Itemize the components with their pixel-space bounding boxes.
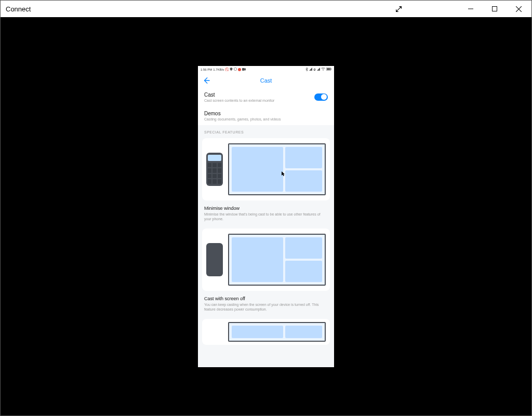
illus-monitor-icon xyxy=(228,143,326,195)
svg-point-4 xyxy=(234,68,237,70)
minimise-illustration xyxy=(202,138,330,200)
battery-icon xyxy=(326,68,331,71)
cast-row-subtitle: Cast screen contents to an external moni… xyxy=(204,99,274,102)
titlebar: Connect xyxy=(1,1,531,17)
screenoff-subtitle: You can keep casting when the screen of … xyxy=(204,302,328,312)
back-button[interactable] xyxy=(201,75,211,86)
phone-statusbar: 1:56 PM 1.7KB/s 🚫 xyxy=(198,66,334,73)
screenoff-illustration xyxy=(202,229,330,291)
cursor-icon xyxy=(282,169,286,179)
client-area: 1:56 PM 1.7KB/s 🚫 xyxy=(1,17,531,415)
wifi-icon xyxy=(321,68,325,71)
window-controls xyxy=(390,1,530,17)
cast-row-title: Cast xyxy=(204,92,274,98)
app-header: Cast xyxy=(198,73,334,88)
demos-row[interactable]: Demos Casting documents, games, photos, … xyxy=(198,106,334,125)
page-title: Cast xyxy=(260,77,272,84)
svg-rect-8 xyxy=(331,69,331,70)
illus-remote-icon xyxy=(206,153,223,186)
screenoff-feature[interactable]: Cast with screen off You can keep castin… xyxy=(198,293,334,317)
window-title: Connect xyxy=(6,5,31,13)
svg-rect-9 xyxy=(327,68,330,70)
illus-phone-off-icon xyxy=(206,243,223,276)
minimize-button[interactable] xyxy=(459,1,483,17)
volte-icon: ⦿ xyxy=(313,68,316,71)
status-net-speed: 1.7KB/s xyxy=(213,68,224,71)
demos-row-subtitle: Casting documents, games, photos, and vi… xyxy=(204,117,281,121)
maximize-button[interactable] xyxy=(483,1,507,17)
minimise-feature[interactable]: Minimise window Minimise the window that… xyxy=(198,203,334,226)
cast-toggle-row[interactable]: Cast Cast screen contents to an external… xyxy=(198,88,334,106)
shield-icon xyxy=(230,68,233,71)
svg-point-6 xyxy=(323,70,323,71)
svg-rect-5 xyxy=(242,68,245,71)
illus-monitor3-icon xyxy=(228,322,326,342)
next-illustration-partial xyxy=(202,319,330,345)
screenoff-title: Cast with screen off xyxy=(204,296,328,301)
close-button[interactable] xyxy=(507,1,530,17)
cast-toggle[interactable] xyxy=(314,93,328,101)
minimise-title: Minimise window xyxy=(204,206,328,211)
minimise-subtitle: Minimise the window that's being cast to… xyxy=(204,212,328,221)
video-icon xyxy=(242,68,246,71)
record-icon xyxy=(238,68,241,71)
svg-rect-1 xyxy=(493,7,497,11)
whatsapp-icon xyxy=(234,68,237,71)
bluetooth-icon xyxy=(305,68,308,72)
toggle-knob xyxy=(321,94,327,100)
content-area[interactable]: Cast Cast screen contents to an external… xyxy=(198,88,334,367)
signal-1-icon xyxy=(309,68,312,71)
phone-screen: 1:56 PM 1.7KB/s 🚫 xyxy=(198,66,334,367)
status-time: 1:56 PM xyxy=(201,68,212,71)
signal-2-icon xyxy=(317,68,320,71)
connect-app-window: Connect 1:56 PM 1.7KB/s 🚫 xyxy=(0,0,532,416)
illus-monitor2-icon xyxy=(228,234,326,286)
section-label: SPECIAL FEATURES xyxy=(198,125,334,136)
expand-icon[interactable] xyxy=(390,1,407,17)
mute-icon: 🚫 xyxy=(225,68,229,71)
demos-row-title: Demos xyxy=(204,111,281,116)
